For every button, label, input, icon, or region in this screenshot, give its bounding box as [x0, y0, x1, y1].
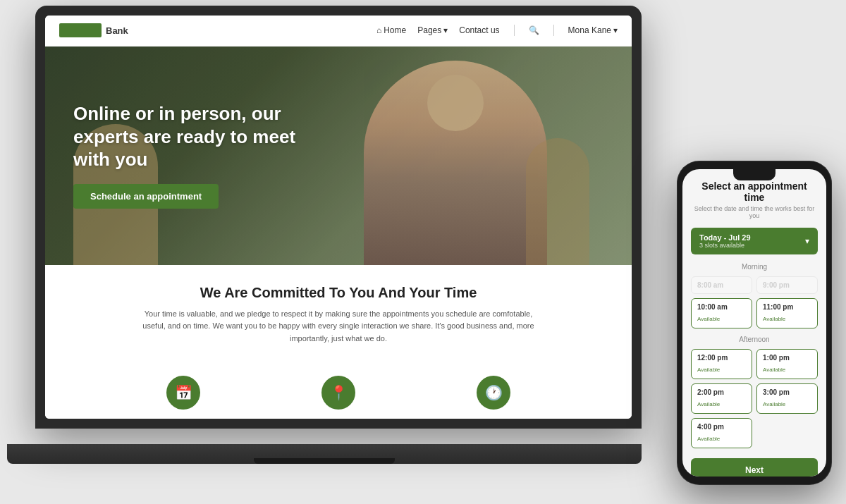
phone: Select an appointment time Select the da… — [677, 161, 832, 485]
appointment-subtitle: Select the date and time the works best … — [691, 205, 818, 219]
features-section: 📅 Stress-Free Scheduling Our online sche… — [45, 376, 632, 418]
location-icon: 📍 — [321, 376, 355, 410]
clock-icon: 🕐 — [477, 376, 510, 410]
time-slot-status: Available — [763, 367, 785, 373]
hero-section: Online or in person, our experts are rea… — [45, 47, 632, 265]
feature-scheduling: 📅 Stress-Free Scheduling Our online sche… — [127, 376, 240, 418]
time-slot-4pm[interactable]: 4:00 pm Available — [691, 418, 752, 448]
time-slot-time: 10:00 am — [697, 303, 746, 311]
commitment-body: Your time is valuable, and we pledge to … — [141, 308, 536, 345]
afternoon-label: Afternoon — [691, 336, 818, 343]
laptop-base — [7, 444, 642, 464]
time-slot-status: Available — [697, 316, 720, 322]
home-icon: ⌂ — [376, 25, 381, 35]
user-chevron-icon: ▾ — [613, 25, 618, 35]
time-slot-status: Available — [697, 401, 720, 407]
time-slot-3pm[interactable]: 3:00 pm Available — [756, 383, 818, 414]
time-slot-10am[interactable]: 10:00 am Available — [691, 298, 752, 328]
morning-label: Morning — [691, 263, 818, 271]
phone-screen: Select an appointment time Select the da… — [682, 169, 826, 477]
nav-divider — [514, 25, 515, 36]
afternoon-time-grid: 12:00 pm Available 1:00 pm Available 2:0… — [691, 349, 818, 448]
hero-title: Online or in person, our experts are rea… — [73, 102, 327, 171]
time-slot-time: 11:00 pm — [763, 303, 811, 311]
navbar: Bank ⌂ Home Pages ▾ Contact us 🔍 — [45, 16, 632, 47]
home-link[interactable]: ⌂ Home — [376, 25, 406, 35]
logo-box — [59, 23, 102, 37]
phone-body: Select an appointment time Select the da… — [677, 161, 832, 485]
pages-link[interactable]: Pages ▾ — [417, 25, 448, 35]
time-slot-1pm[interactable]: 1:00 pm Available — [756, 349, 818, 379]
nav-links: ⌂ Home Pages ▾ Contact us 🔍 Mona Kane — [376, 25, 618, 36]
scene: Bank ⌂ Home Pages ▾ Contact us 🔍 — [7, 6, 839, 499]
time-slot-9pm[interactable]: 9:00 pm — [756, 276, 818, 294]
date-info: Today - Jul 29 3 slots available — [699, 233, 751, 249]
time-slot-time: 4:00 pm — [697, 423, 746, 431]
user-menu[interactable]: Mona Kane ▾ — [568, 25, 618, 35]
appointment-title: Select an appointment time — [691, 180, 818, 203]
time-slot-time: 9:00 pm — [763, 281, 811, 289]
chevron-down-icon: ▾ — [443, 25, 448, 35]
nav-divider-2 — [553, 25, 554, 36]
time-slot-time: 1:00 pm — [763, 354, 811, 362]
laptop: Bank ⌂ Home Pages ▾ Contact us 🔍 — [7, 6, 642, 485]
person-silhouette-right — [526, 138, 589, 265]
appointment-panel: Select an appointment time Select the da… — [682, 169, 826, 477]
time-slot-status: Available — [763, 316, 785, 322]
date-selector-button[interactable]: Today - Jul 29 3 slots available ▾ — [691, 228, 818, 254]
time-slot-2pm[interactable]: 2:00 pm Available — [691, 383, 752, 414]
feature-reminders-title: Timely Reminders — [454, 417, 533, 418]
next-button[interactable]: Next — [691, 458, 818, 477]
schedule-appointment-button[interactable]: Schedule an appointment — [73, 184, 219, 209]
feature-reminders: 🕐 Timely Reminders Our automated confirm… — [437, 376, 550, 418]
bank-name: Bank — [106, 25, 128, 36]
laptop-screen: Bank ⌂ Home Pages ▾ Contact us 🔍 — [45, 16, 632, 419]
search-icon[interactable]: 🔍 — [529, 25, 539, 35]
feature-branches: 📍 Nearby Branches We make it easy to cho… — [282, 376, 395, 418]
time-slot-12pm[interactable]: 12:00 pm Available — [691, 349, 752, 379]
contact-link[interactable]: Contact us — [459, 25, 499, 35]
time-slot-8am[interactable]: 8:00 am — [691, 276, 752, 294]
phone-notch — [733, 169, 776, 180]
time-slot-time: 3:00 pm — [763, 388, 811, 396]
time-slot-time: 12:00 pm — [697, 354, 746, 362]
time-slot-11pm[interactable]: 11:00 pm Available — [756, 298, 818, 328]
nav-logo: Bank — [59, 23, 128, 37]
date-label: Today - Jul 29 — [699, 233, 751, 242]
slots-available: 3 slots available — [699, 242, 751, 249]
commitment-title: We Are Committed To You And Your Time — [73, 285, 603, 301]
laptop-body: Bank ⌂ Home Pages ▾ Contact us 🔍 — [35, 6, 642, 429]
time-slot-time: 2:00 pm — [697, 388, 746, 396]
commitment-section: We Are Committed To You And Your Time Yo… — [45, 265, 632, 376]
time-slot-status: Available — [697, 367, 720, 373]
feature-scheduling-title: Stress-Free Scheduling — [132, 417, 234, 418]
time-slot-time: 8:00 am — [697, 281, 746, 289]
time-slot-status: Available — [697, 436, 720, 442]
feature-branches-title: Nearby Branches — [301, 417, 376, 418]
hero-content: Online or in person, our experts are rea… — [45, 102, 355, 209]
time-slot-status: Available — [763, 401, 785, 407]
morning-time-grid: 8:00 am 9:00 pm 10:00 am Available 11:00… — [691, 276, 818, 328]
chevron-down-icon: ▾ — [805, 236, 809, 246]
person-silhouette-main — [364, 61, 547, 265]
calendar-icon: 📅 — [166, 376, 200, 410]
